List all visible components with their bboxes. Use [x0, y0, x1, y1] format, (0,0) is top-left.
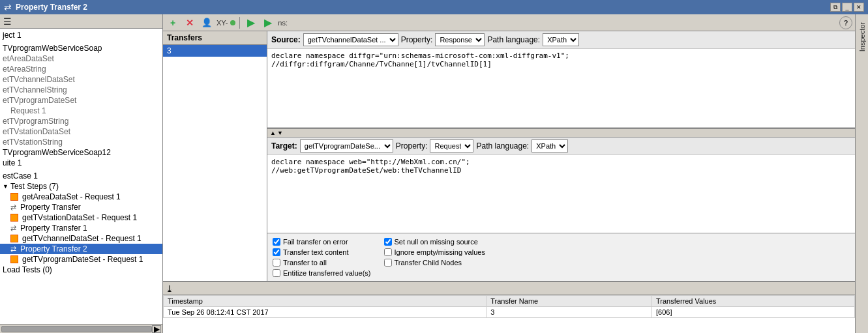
ignore-empty-label: Ignore empty/missing values: [395, 248, 485, 256]
log-cell-values: [606]: [652, 307, 855, 318]
target-service-select[interactable]: getTVprogramDateSe...: [300, 139, 393, 152]
sidebar-item-getstationdataset-req[interactable]: getTVstationDataSet - Request 1: [0, 212, 162, 223]
grid-icon: [10, 193, 18, 201]
sidebar-item-getstationdata[interactable]: etTVstationDataSet: [0, 126, 162, 137]
sidebar: ☰ ject 1 TVprogramWebServiceSoap etAreaD…: [0, 14, 163, 333]
sidebar-item-getareadataset-req[interactable]: getAreaDataSet - Request 1: [0, 192, 162, 202]
sidebar-toolbar: ☰: [0, 14, 162, 29]
transfer-all-checkbox[interactable]: [273, 259, 280, 267]
option-ignore-empty: Ignore empty/missing values: [384, 248, 485, 256]
play-alt-button[interactable]: ▶: [261, 16, 275, 29]
sidebar-item-propertytransfer1[interactable]: ⇄ Property Transfer 1: [0, 223, 162, 233]
transfer-item-3[interactable]: 3: [163, 45, 267, 57]
title-bar: ⇄ Property Transfer 2 ⧉ _ ✕: [0, 0, 868, 14]
target-pathlang-select[interactable]: XPath: [531, 139, 568, 152]
sidebar-item-getprogramdate[interactable]: etTVprogramDateSet: [0, 95, 162, 106]
add-button[interactable]: +: [166, 16, 180, 29]
inspector-label: Inspector: [858, 22, 866, 51]
target-property-select[interactable]: Request: [430, 139, 473, 152]
source-property-label: Property:: [401, 35, 433, 44]
sidebar-item-propertytransfer2[interactable]: ⇄ Property Transfer 2: [0, 244, 162, 254]
restore-button[interactable]: ⧉: [830, 3, 841, 12]
user-button[interactable]: 👤: [200, 16, 214, 29]
sidebar-item-getchanneldataset-req[interactable]: getTVchannelDataSet - Request 1: [0, 233, 162, 244]
transfer-text-checkbox[interactable]: [273, 248, 280, 256]
sidebar-item-testcase[interactable]: estCase 1: [0, 171, 162, 181]
transfers-list: Transfers 3: [163, 31, 267, 281]
fail-transfer-checkbox[interactable]: [273, 238, 280, 246]
sidebar-item-getprogramdateset-req[interactable]: getTVprogramDateSet - Request 1: [0, 254, 162, 265]
right-panel: + ✕ 👤 XY- ▶ ▶ ns: ? Transfers 3: [163, 14, 855, 333]
sidebar-item-getprogramstring[interactable]: etTVprogramString: [0, 116, 162, 126]
sidebar-item-getarea[interactable]: etAreaDataSet: [0, 53, 162, 64]
col-transfer-name: Transfer Name: [486, 296, 652, 307]
grid-icon4: [10, 255, 18, 263]
sidebar-item-request1[interactable]: Request 1: [0, 106, 162, 116]
sidebar-content: ject 1 TVprogramWebServiceSoap etAreaDat…: [0, 29, 162, 324]
target-pathlang-label: Path language:: [476, 141, 529, 151]
target-property-label: Property:: [396, 141, 428, 151]
panel-toolbar: + ✕ 👤 XY- ▶ ▶ ns: ?: [163, 14, 855, 31]
log-icon: ⤓: [166, 283, 173, 294]
sidebar-item-getstationstring[interactable]: etTVstationString: [0, 137, 162, 147]
sidebar-item-tvprogram[interactable]: TVprogramWebServiceSoap: [0, 43, 162, 53]
source-property-select[interactable]: Response: [435, 33, 485, 46]
help-button[interactable]: ?: [839, 16, 852, 29]
title-bar-icon: ⇄: [4, 2, 12, 12]
minimize-button[interactable]: _: [842, 3, 852, 12]
sidebar-item-loadtests[interactable]: Load Tests (0): [0, 265, 162, 275]
collapse-down-icon: ▼: [277, 130, 283, 136]
sidebar-item-project[interactable]: ject 1: [0, 30, 162, 40]
sidebar-item-tvprogram12[interactable]: TVprogramWebServiceSoap12: [0, 147, 162, 158]
source-toolbar: Source: getTVchannelDataSet ... Property…: [267, 31, 855, 49]
source-pathlang-label: Path language:: [487, 35, 540, 44]
option-fail-transfer: Fail transfer on error: [273, 238, 371, 246]
setnull-label: Set null on missing source: [395, 238, 478, 246]
bottom-panel: ⤓ Timestamp Transfer Name Transferred Va…: [163, 281, 855, 333]
target-toolbar: Target: getTVprogramDateSe... Property: …: [267, 138, 855, 155]
sidebar-item-propertytransfer[interactable]: ⇄ Property Transfer: [0, 202, 162, 212]
options-col2: Set null on missing source Ignore empty/…: [384, 238, 485, 277]
sidebar-item-getchannelstring[interactable]: etTVchannelString: [0, 85, 162, 95]
entitize-checkbox[interactable]: [273, 269, 280, 277]
transfer-child-label: Transfer Child Nodes: [395, 259, 462, 267]
delete-button[interactable]: ✕: [183, 16, 197, 29]
transfer-icon3: ⇄: [10, 245, 16, 253]
play-button[interactable]: ▶: [244, 16, 258, 29]
grid-icon3: [10, 235, 18, 242]
collapse-bar[interactable]: ▲ ▼: [267, 128, 855, 138]
sidebar-item-suite[interactable]: uite 1: [0, 158, 162, 168]
sidebar-scrollbar[interactable]: ▶: [0, 324, 162, 333]
collapse-up-icon: ▲: [270, 130, 276, 136]
source-label: Source:: [271, 35, 301, 44]
option-entitize: Entitize transferred value(s): [273, 269, 371, 277]
fail-transfer-label: Fail transfer on error: [283, 238, 348, 246]
option-setnull: Set null on missing source: [384, 238, 485, 246]
ns-label: ns:: [278, 19, 288, 27]
options-section: Fail transfer on error Transfer text con…: [267, 233, 855, 281]
option-transfer-all: Transfer to all: [273, 259, 371, 267]
scroll-right-btn[interactable]: ▶: [152, 325, 161, 333]
source-service-select[interactable]: getTVchannelDataSet ...: [303, 33, 398, 46]
transfer-icon2: ⇄: [10, 224, 16, 233]
setnull-checkbox[interactable]: [384, 238, 392, 246]
transfer-text-label: Transfer text content: [283, 248, 348, 256]
col-transferred-values: Transferred Values: [652, 296, 855, 307]
title-bar-controls: ⧉ _ ✕: [830, 3, 864, 12]
entitize-label: Entitize transferred value(s): [283, 269, 371, 277]
editor-panel: Source: getTVchannelDataSet ... Property…: [267, 31, 855, 281]
source-pathlang-select[interactable]: XPath: [543, 33, 579, 46]
target-textarea[interactable]: declare namespace web="http://WebXml.com…: [267, 155, 855, 234]
ignore-empty-checkbox[interactable]: [384, 248, 392, 256]
transfer-child-checkbox[interactable]: [384, 259, 392, 267]
transfers-container: Transfers 3 Source: getTVchannelDataSet …: [163, 31, 855, 281]
source-textarea[interactable]: declare namespace diffgr="urn:schemas-mi…: [267, 49, 855, 128]
menu-icon[interactable]: ☰: [1, 16, 14, 27]
target-section: Target: getTVprogramDateSe... Property: …: [267, 138, 855, 234]
options-col1: Fail transfer on error Transfer text con…: [273, 238, 371, 277]
log-table: Timestamp Transfer Name Transferred Valu…: [163, 295, 855, 333]
close-button[interactable]: ✕: [854, 3, 864, 12]
sidebar-item-teststeps[interactable]: ▼ Test Steps (7): [0, 181, 162, 192]
sidebar-item-getchannel[interactable]: etTVchannelDataSet: [0, 74, 162, 85]
sidebar-item-getareastring[interactable]: etAreaString: [0, 64, 162, 74]
